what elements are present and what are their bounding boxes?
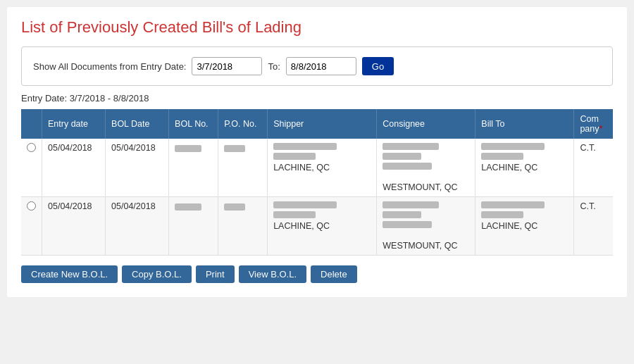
col-header-bill-to: Bill To	[476, 109, 574, 139]
cell-bill-to: LACHINE, QC	[476, 197, 574, 256]
col-header-company: Company*	[574, 109, 613, 139]
date-range-label: Entry Date: 3/7/2018 - 8/8/2018	[21, 93, 613, 103]
cell-entry-date: 05/04/2018	[42, 139, 106, 197]
bottom-buttons: Create New B.O.L.Copy B.O.L.PrintView B.…	[21, 265, 613, 283]
cell-bol-no	[169, 139, 218, 197]
col-header-consignee: Consignee	[377, 109, 476, 139]
cell-bill-to: LACHINE, QC	[476, 139, 574, 197]
cell-po-no	[218, 197, 268, 256]
page-title: List of Previously Created Bill's of Lad…	[21, 18, 613, 37]
cell-bol-date: 05/04/2018	[106, 139, 169, 197]
filter-from-label: Show All Documents from Entry Date:	[33, 61, 186, 72]
col-header-entry-date: Entry date	[42, 109, 106, 139]
row-radio[interactable]	[27, 201, 36, 211]
cell-shipper: LACHINE, QC	[268, 139, 377, 197]
col-header-bol-no: BOL No.	[169, 109, 218, 139]
table-row: 05/04/201805/04/2018LACHINE, QCWESTMOUNT…	[21, 197, 613, 256]
col-header-bol-date: BOL Date	[106, 109, 169, 139]
filter-row: Show All Documents from Entry Date: To: …	[33, 57, 601, 75]
view-bol-button[interactable]: View B.O.L.	[239, 265, 306, 283]
delete-button[interactable]: Delete	[311, 265, 357, 283]
print-button[interactable]: Print	[196, 265, 235, 283]
filter-to-label: To:	[268, 61, 280, 72]
copy-bol-button[interactable]: Copy B.O.L.	[122, 265, 192, 283]
filter-box: Show All Documents from Entry Date: To: …	[21, 46, 613, 86]
filter-from-input[interactable]	[192, 57, 262, 75]
cell-company: C.T.	[574, 139, 613, 197]
data-table: Entry date BOL Date BOL No. P.O. No. Shi…	[21, 109, 613, 256]
cell-po-no	[218, 139, 268, 197]
col-header-shipper: Shipper	[268, 109, 377, 139]
col-header-radio	[21, 109, 42, 139]
cell-shipper: LACHINE, QC	[268, 197, 377, 256]
col-header-po-no: P.O. No.	[218, 109, 268, 139]
filter-to-input[interactable]	[286, 57, 356, 75]
table-row: 05/04/201805/04/2018LACHINE, QCWESTMOUNT…	[21, 139, 613, 197]
cell-bol-no	[169, 197, 218, 256]
cell-consignee: WESTMOUNT, QC	[377, 197, 476, 256]
cell-consignee: WESTMOUNT, QC	[377, 139, 476, 197]
cell-entry-date: 05/04/2018	[42, 197, 106, 256]
row-radio[interactable]	[27, 143, 36, 152]
cell-company: C.T.	[574, 197, 613, 256]
page-wrapper: List of Previously Created Bill's of Lad…	[7, 7, 627, 297]
cell-bol-date: 05/04/2018	[106, 197, 169, 256]
go-button[interactable]: Go	[362, 57, 394, 75]
create-new-bol-button[interactable]: Create New B.O.L.	[21, 265, 118, 283]
